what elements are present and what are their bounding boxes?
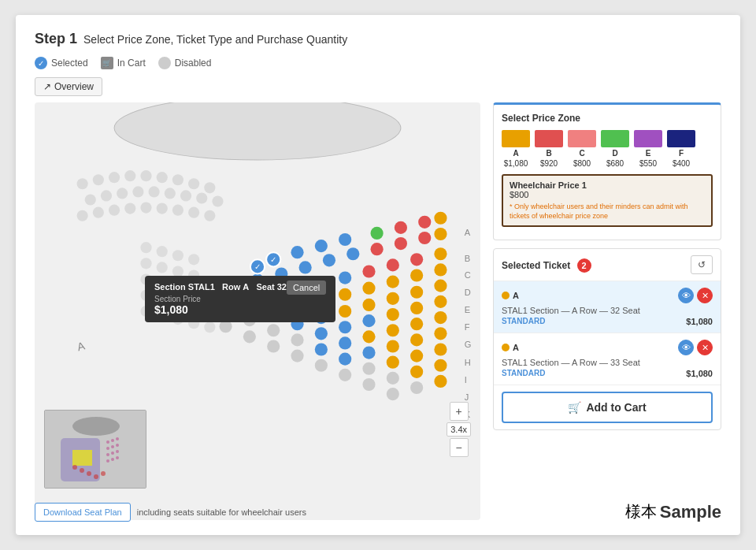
svg-point-153	[111, 445, 114, 448]
zoom-out-button[interactable]: −	[450, 438, 469, 457]
watermark: 様本 Sample	[625, 501, 721, 522]
ticket-2-zone-label: A	[513, 343, 519, 352]
svg-point-127	[157, 262, 168, 273]
svg-point-84	[339, 321, 351, 333]
svg-point-156	[111, 452, 114, 455]
incart-label: In Cart	[117, 58, 146, 69]
svg-point-123	[157, 246, 168, 257]
svg-point-8	[188, 178, 199, 189]
tooltip-row-value: A	[243, 282, 249, 292]
svg-text:G: G	[465, 340, 472, 349]
overview-icon: ↗	[43, 81, 51, 92]
wheelchair-zone[interactable]: Wheelchair Price 1 $800 * Only wheelchai…	[502, 174, 713, 227]
ticket-1-view-button[interactable]: 👁	[678, 288, 694, 303]
zone-e-label: E	[646, 149, 651, 158]
svg-point-77	[267, 324, 280, 336]
price-zone-d[interactable]: D $680	[601, 130, 629, 168]
svg-point-122	[140, 242, 151, 253]
svg-text:A: A	[465, 228, 471, 237]
svg-point-160	[116, 456, 119, 459]
download-seat-plan-button[interactable]: Download Seat Plan	[35, 503, 131, 522]
price-zone-a[interactable]: A $1,080	[502, 130, 530, 168]
svg-point-27	[204, 210, 215, 221]
price-zone-e[interactable]: E $550	[634, 130, 662, 168]
ticket-2-zone-dot	[502, 344, 510, 351]
zone-d-price: $680	[606, 159, 624, 168]
svg-point-124	[172, 250, 183, 261]
zoom-in-button[interactable]: +	[450, 402, 469, 421]
svg-point-16	[180, 190, 191, 201]
zone-d-color[interactable]	[601, 130, 629, 147]
svg-point-95	[291, 350, 303, 362]
ticket-1-type-price: STANDARD $1,080	[502, 317, 713, 326]
svg-point-10	[85, 194, 96, 205]
ticket-1-remove-button[interactable]: ✕	[697, 288, 713, 303]
minimap-svg	[45, 411, 146, 489]
refresh-button[interactable]: ↺	[691, 255, 713, 274]
zone-a-label: A	[513, 149, 518, 158]
ticket-2-type-price: STANDARD $1,080	[502, 369, 713, 378]
ticket-1-actions: 👁 ✕	[678, 288, 713, 303]
svg-point-21	[109, 205, 120, 216]
ticket-2-view-button[interactable]: 👁	[678, 340, 694, 355]
svg-point-159	[111, 458, 114, 461]
svg-text:F: F	[465, 322, 470, 332]
ticket-2-remove-button[interactable]: ✕	[697, 340, 713, 355]
tooltip-section-label: Section	[154, 282, 186, 292]
overview-button[interactable]: ↗ Overview	[35, 77, 102, 96]
svg-point-126	[140, 258, 151, 269]
svg-point-115	[434, 375, 447, 388]
zoom-level: 3.4x	[447, 422, 471, 437]
add-to-cart-button[interactable]: 🛒 Add to Cart	[502, 392, 713, 423]
step-title: Select Price Zone, Ticket Type and Purch…	[83, 33, 347, 46]
tooltip-section-value: STAL1	[188, 282, 215, 292]
svg-point-26	[188, 207, 199, 218]
zone-b-price: $920	[540, 159, 558, 168]
wheelchair-title: Wheelchair Price 1	[510, 180, 587, 190]
price-zone-c[interactable]: C $800	[568, 130, 596, 168]
svg-point-94	[315, 343, 328, 355]
zoom-control: + 3.4x −	[447, 402, 471, 457]
zone-a-color[interactable]	[502, 130, 530, 147]
seat-map-container[interactable]: A B	[35, 102, 480, 520]
zone-b-color[interactable]	[535, 130, 563, 147]
svg-point-165	[72, 465, 77, 470]
svg-point-116	[410, 381, 423, 394]
cart-icon: 🛒	[568, 401, 581, 414]
svg-point-39	[418, 232, 431, 244]
tooltip-cancel-button[interactable]: Cancel	[287, 281, 326, 295]
svg-point-24	[157, 203, 168, 214]
svg-point-100	[362, 346, 375, 359]
svg-text:✓: ✓	[254, 262, 261, 271]
svg-point-62	[362, 282, 375, 295]
price-zone-f[interactable]: F $400	[667, 130, 695, 168]
tooltip-section-info: Section STAL1 Row A Seat 32 Cancel	[154, 282, 326, 292]
svg-point-111	[410, 366, 423, 378]
svg-point-42	[346, 247, 359, 260]
zone-e-color[interactable]	[634, 130, 662, 147]
disabled-icon	[158, 57, 171, 69]
svg-point-90	[410, 318, 423, 330]
zone-f-price: $400	[673, 159, 690, 168]
svg-text:✓: ✓	[270, 255, 276, 264]
step-header: Step 1 Select Price Zone, Ticket Type an…	[35, 31, 721, 47]
svg-point-2	[93, 174, 104, 185]
svg-point-60	[410, 269, 423, 281]
zone-c-price: $800	[573, 159, 591, 168]
svg-point-17	[196, 192, 207, 203]
bottom-left: Download Seat Plan including seats suita…	[35, 503, 306, 522]
svg-point-152	[106, 447, 109, 450]
svg-point-163	[87, 471, 91, 476]
svg-point-22	[124, 203, 135, 214]
svg-point-1	[77, 178, 88, 189]
svg-point-108	[339, 369, 351, 381]
svg-point-101	[339, 353, 351, 366]
price-zone-panel: Select Price Zone A $1,080 B $920	[493, 102, 721, 240]
svg-text:A: A	[76, 339, 87, 353]
zone-c-color[interactable]	[568, 130, 596, 147]
svg-point-89	[434, 311, 447, 324]
svg-point-104	[434, 343, 447, 355]
price-zone-b[interactable]: B $920	[535, 130, 563, 168]
download-note: including seats suitable for wheelchair …	[137, 507, 306, 517]
zone-f-color[interactable]	[667, 130, 695, 147]
